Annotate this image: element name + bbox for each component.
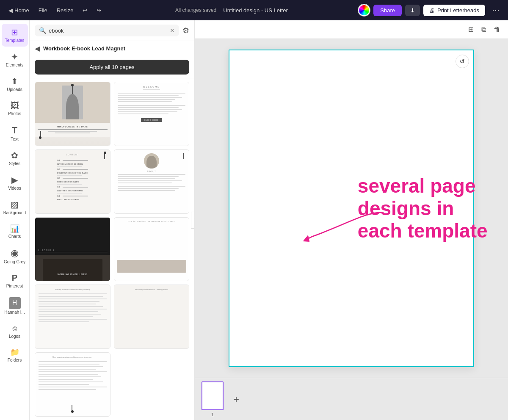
refresh-button[interactable]: ↺ bbox=[456, 55, 469, 68]
print-button[interactable]: 🖨 Print Letterheads bbox=[423, 5, 485, 16]
sidebar-item-text[interactable]: T Text bbox=[2, 122, 28, 145]
sidebar-label-going-grey: Going Grey bbox=[4, 260, 25, 265]
sidebar-label-templates: Templates bbox=[5, 38, 25, 43]
template-card-about[interactable]: ABOUT bbox=[114, 149, 190, 214]
page-thumb-1[interactable]: 1 bbox=[202, 381, 224, 417]
text-icon: T bbox=[12, 125, 17, 136]
template-card-cover[interactable]: MINDFULNESS IN 7 DAYS bbox=[35, 82, 110, 146]
hannah-icon: H bbox=[9, 297, 21, 309]
trash-icon: 🗑 bbox=[494, 26, 500, 33]
search-icon: 🔍 bbox=[39, 27, 46, 34]
background-icon: ▨ bbox=[11, 199, 19, 210]
sidebar-item-photos[interactable]: 🖼 Photos bbox=[2, 97, 28, 120]
template-card-chapter-light[interactable]: How to practice the morning mindfulness bbox=[114, 217, 190, 282]
more-options-button[interactable]: ⋯ bbox=[489, 4, 503, 17]
doc-title: Untitled design - US Letter bbox=[223, 7, 287, 14]
resize-button[interactable]: Resize bbox=[53, 6, 77, 15]
canvas-scroll: ↺ several pagedesigns ineach template bbox=[195, 39, 508, 378]
sidebar-label-logos: Logos bbox=[9, 334, 20, 339]
photos-icon: 🖼 bbox=[11, 101, 19, 111]
page-thumbnail-image[interactable] bbox=[202, 381, 224, 410]
template-panel-title: Workbook E-book Lead Magnet bbox=[43, 45, 189, 52]
undo-button[interactable]: ↩ bbox=[79, 6, 91, 15]
search-input[interactable] bbox=[49, 28, 167, 34]
print-label: Print Letterheads bbox=[437, 7, 479, 14]
new-window-button[interactable]: ⊞ bbox=[466, 24, 476, 35]
sidebar-label-charts: Charts bbox=[8, 234, 21, 239]
delete-button[interactable]: 🗑 bbox=[491, 24, 503, 35]
back-home-button[interactable]: ◀ Home bbox=[5, 6, 33, 15]
topbar-left: ◀ Home File Resize ↩ ↪ bbox=[5, 6, 105, 15]
sidebar: ⊞ Templates ✦ Elements ⬆ Uploads 🖼 Photo… bbox=[0, 20, 30, 420]
sidebar-item-folders[interactable]: 📁 Folders bbox=[2, 344, 28, 366]
page-number: 1 bbox=[211, 412, 214, 417]
sidebar-item-background[interactable]: ▨ Background bbox=[2, 196, 28, 219]
share-button[interactable]: Share bbox=[373, 5, 402, 16]
sidebar-item-logos[interactable]: ⌾ Logos bbox=[2, 320, 28, 343]
save-status: All changes saved bbox=[175, 7, 216, 13]
topbar-center: All changes saved Untitled design - US L… bbox=[108, 7, 355, 14]
topbar: ◀ Home File Resize ↩ ↪ All changes saved… bbox=[0, 0, 508, 20]
videos-icon: ▶ bbox=[11, 175, 18, 185]
back-button[interactable]: ◀ bbox=[35, 44, 40, 52]
sidebar-label-background: Background bbox=[3, 210, 26, 216]
charts-icon: 📊 bbox=[10, 224, 19, 233]
template-card-text-3[interactable]: More ways to practice mindfulness every … bbox=[35, 352, 110, 417]
color-palette-button[interactable] bbox=[358, 4, 370, 16]
sidebar-label-styles: Styles bbox=[9, 161, 20, 166]
sidebar-item-charts[interactable]: 📊 Charts bbox=[2, 221, 28, 243]
redo-button[interactable]: ↪ bbox=[93, 6, 105, 15]
sidebar-item-videos[interactable]: ▶ Videos bbox=[2, 171, 28, 194]
sidebar-item-templates[interactable]: ⊞ Templates bbox=[2, 24, 28, 47]
styles-icon: ✿ bbox=[11, 150, 18, 160]
sidebar-item-uploads[interactable]: ⬆ Uploads bbox=[2, 73, 28, 96]
template-grid: MINDFULNESS IN 7 DAYS WELCOME bbox=[30, 78, 194, 420]
sidebar-label-uploads: Uploads bbox=[7, 87, 22, 92]
download-button[interactable]: ⬇ bbox=[405, 5, 420, 16]
uploads-icon: ⬆ bbox=[11, 76, 18, 86]
template-card-contents[interactable]: CONTENT 04 INTRODUCTORY SECTION 06 bbox=[35, 149, 110, 214]
chevron-left-icon: ◀ bbox=[8, 7, 13, 14]
template-card-welcome[interactable]: WELCOME CLICK HERE bbox=[114, 82, 190, 146]
sidebar-label-text: Text bbox=[11, 137, 18, 142]
apply-btn-wrap: Apply all 10 pages bbox=[30, 56, 194, 78]
canvas-toolbar: ⊞ ⧉ 🗑 bbox=[195, 20, 508, 39]
clear-search-button[interactable]: ✕ bbox=[170, 27, 175, 34]
canvas-page: ↺ bbox=[229, 50, 474, 367]
search-input-wrap: 🔍 ✕ bbox=[35, 25, 179, 36]
resize-label: Resize bbox=[57, 7, 74, 14]
template-panel: 🔍 ✕ ⚙ ◀ Workbook E-book Lead Magnet Appl… bbox=[30, 20, 195, 420]
pinterest-icon: P bbox=[12, 273, 17, 283]
going-grey-icon: ◉ bbox=[11, 248, 19, 259]
sidebar-label-pinterest: Pinterest bbox=[6, 284, 23, 289]
template-card-text-2[interactable]: Seven days of mindfulness - weekly plann… bbox=[114, 285, 190, 349]
sidebar-item-hannah[interactable]: H Hannah i... bbox=[2, 294, 28, 318]
sidebar-item-elements[interactable]: ✦ Elements bbox=[2, 48, 28, 71]
sidebar-label-hannah: Hannah i... bbox=[4, 310, 25, 315]
template-card-text-1[interactable]: Morning practices: mindfulness and journ… bbox=[35, 285, 110, 349]
sidebar-item-pinterest[interactable]: P Pinterest bbox=[2, 270, 28, 292]
template-header: ◀ Workbook E-book Lead Magnet bbox=[30, 41, 194, 56]
canvas-area: ⊞ ⧉ 🗑 ↺ several pagedesigns ineach temp bbox=[195, 20, 508, 420]
home-label: Home bbox=[14, 7, 29, 14]
sidebar-item-going-grey[interactable]: ◉ Going Grey bbox=[2, 244, 28, 268]
duplicate-button[interactable]: ⧉ bbox=[479, 24, 489, 35]
apply-all-button[interactable]: Apply all 10 pages bbox=[35, 60, 189, 75]
refresh-icon: ↺ bbox=[460, 58, 465, 65]
template-card-chapter-dark[interactable]: CHAPTER 1 MORNING MINDFULNESS bbox=[35, 217, 110, 282]
main-layout: ⊞ Templates ✦ Elements ⬆ Uploads 🖼 Photo… bbox=[0, 20, 508, 420]
file-menu-button[interactable]: File bbox=[35, 6, 51, 15]
canvas-toolbar-right: ⊞ ⧉ 🗑 bbox=[466, 24, 503, 35]
sidebar-item-styles[interactable]: ✿ Styles bbox=[2, 147, 28, 170]
elements-icon: ✦ bbox=[11, 52, 18, 62]
templates-icon: ⊞ bbox=[11, 27, 18, 37]
logos-icon: ⌾ bbox=[12, 323, 17, 333]
filter-button[interactable]: ⚙ bbox=[182, 26, 189, 35]
collapse-panel-button[interactable]: ❯ bbox=[191, 212, 195, 229]
sidebar-label-folders: Folders bbox=[8, 358, 22, 363]
search-bar: 🔍 ✕ ⚙ bbox=[30, 20, 194, 41]
topbar-right: Share ⬇ 🖨 Print Letterheads ⋯ bbox=[358, 4, 503, 17]
folders-icon: 📁 bbox=[10, 348, 19, 357]
add-page-button[interactable]: + bbox=[229, 392, 244, 407]
file-label: File bbox=[39, 7, 47, 14]
